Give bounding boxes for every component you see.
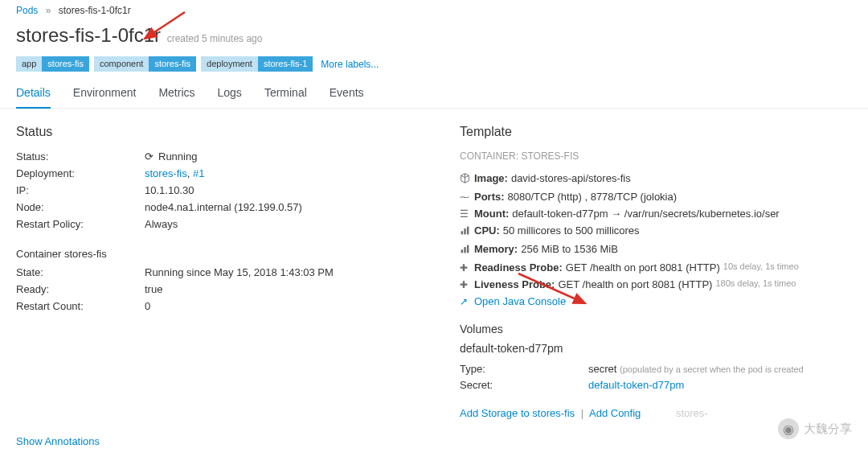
footer-links: Add Storage to stores-fis | Add Config s… [460, 407, 852, 419]
add-storage-link[interactable]: Add Storage to stores-fis [460, 407, 575, 419]
volume-type-label: Type: [460, 363, 588, 375]
cube-icon [460, 172, 474, 186]
restart-policy-value: Always [145, 218, 408, 230]
refresh-icon: ⟳ [145, 150, 154, 163]
share-icon: ↗ [460, 295, 474, 307]
ip-label: IP: [16, 184, 145, 196]
tab-metrics[interactable]: Metrics [158, 80, 194, 108]
volume-secret-link[interactable]: default-token-d77pm [588, 379, 684, 391]
tab-environment[interactable]: Environment [73, 80, 137, 108]
template-image: Image:david-stores-api/stores-fis [460, 170, 852, 188]
ready-value: true [145, 283, 408, 295]
template-ports: ⁓ Ports:8080/TCP (http) , 8778/TCP (jolo… [460, 188, 852, 205]
volume-name: default-token-d77pm [460, 342, 852, 355]
status-value: ⟳Running [145, 150, 408, 163]
open-java-console-link[interactable]: Open Java Console [474, 295, 566, 307]
chart-icon [460, 224, 474, 238]
watermark: ◉ 大魏分享 [778, 418, 852, 439]
show-annotations-link[interactable]: Show Annotations [16, 435, 100, 447]
add-config-link[interactable]: Add Config [589, 407, 641, 419]
deployment-value: stores-fis, #1 [145, 167, 408, 179]
breadcrumb-current: stores-fis-1-0fc1r [59, 5, 131, 16]
ready-label: Ready: [16, 283, 145, 295]
state-value: Running since May 15, 2018 1:43:03 PM [145, 266, 408, 278]
status-label: Status: [16, 150, 145, 163]
label-deployment[interactable]: deploymentstores-fis-1 [201, 56, 313, 72]
tab-details[interactable]: Details [16, 80, 51, 109]
node-label: Node: [16, 201, 145, 213]
ip-value: 10.1.10.30 [145, 184, 408, 196]
template-liveness: ✚ Liveness Probe:GET /health on port 808… [460, 276, 852, 293]
medkit-icon: ✚ [460, 278, 474, 290]
status-column: Status Status: ⟳Running Deployment: stor… [16, 125, 440, 419]
restart-policy-label: Restart Policy: [16, 218, 145, 230]
svg-rect-2 [467, 227, 469, 235]
medkit-icon: ✚ [460, 261, 474, 274]
volumes-heading: Volumes [460, 323, 852, 335]
label-app[interactable]: appstores-fis [16, 56, 89, 72]
template-memory: Memory:256 MiB to 1536 MiB [460, 241, 852, 259]
labels-row: appstores-fis componentstores-fis deploy… [0, 53, 868, 80]
container-name-label: CONTAINER: STORES-FIS [460, 150, 852, 162]
database-icon: ☰ [460, 208, 474, 220]
template-column: Template CONTAINER: STORES-FIS Image:dav… [440, 125, 852, 419]
deployment-num-link[interactable]: #1 [193, 167, 204, 179]
more-labels-link[interactable]: More labels... [321, 59, 379, 70]
template-open-console[interactable]: ↗ Open Java Console [460, 293, 852, 310]
template-heading: Template [460, 125, 852, 139]
breadcrumb: Pods » stores-fis-1-0fc1r [0, 0, 868, 21]
tab-events[interactable]: Events [330, 80, 364, 108]
page-header: stores-fis-1-0fc1r created 5 minutes ago [0, 21, 868, 53]
svg-rect-0 [461, 231, 463, 234]
wechat-icon: ◉ [778, 418, 799, 439]
state-label: State: [16, 266, 145, 278]
svg-rect-1 [464, 228, 465, 234]
svg-rect-3 [461, 249, 463, 253]
node-value: node4.na1.internal (192.199.0.57) [145, 201, 408, 213]
pulse-icon: ⁓ [460, 191, 474, 203]
label-component[interactable]: componentstores-fis [94, 56, 196, 72]
tabs: Details Environment Metrics Logs Termina… [0, 80, 868, 109]
breadcrumb-separator: » [46, 5, 51, 16]
tab-logs[interactable]: Logs [218, 80, 242, 108]
template-mount: ☰ Mount:default-token-d77pm → /var/run/s… [460, 205, 852, 222]
deployment-link[interactable]: stores-fis [145, 167, 187, 179]
container-heading: Container stores-fis [16, 248, 408, 260]
volume-type-value: secret (populated by a secret when the p… [588, 363, 852, 375]
template-cpu: CPU:50 millicores to 500 millicores [460, 222, 852, 241]
page-title: stores-fis-1-0fc1r [16, 24, 161, 47]
breadcrumb-root[interactable]: Pods [16, 5, 38, 16]
status-heading: Status [16, 125, 408, 139]
restart-count-label: Restart Count: [16, 300, 145, 312]
svg-rect-5 [467, 245, 469, 253]
chart-icon [460, 243, 474, 257]
svg-rect-4 [464, 247, 465, 253]
created-meta: created 5 minutes ago [167, 33, 263, 44]
volume-secret-label: Secret: [460, 379, 588, 391]
restart-count-value: 0 [145, 300, 408, 312]
deployment-label: Deployment: [16, 167, 145, 179]
template-readiness: ✚ Readiness Probe:GET /health on port 80… [460, 259, 852, 276]
tab-terminal[interactable]: Terminal [264, 80, 307, 108]
